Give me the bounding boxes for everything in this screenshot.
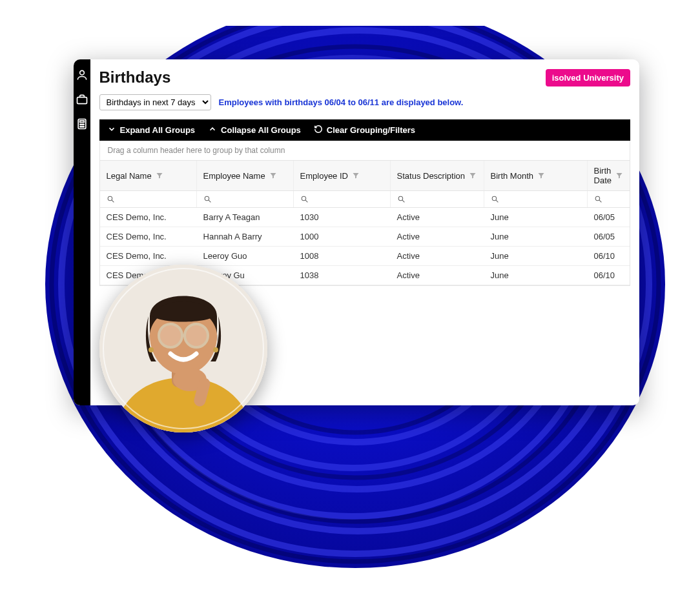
grid-cell: 1038 [294, 266, 391, 285]
column-header-employee-id[interactable]: Employee ID [294, 161, 391, 190]
table-row[interactable]: CES Demo, Inc.Leeroy Guo1008ActiveJune06… [100, 247, 630, 266]
grid-cell: Active [391, 266, 484, 285]
person-icon[interactable] [76, 68, 88, 81]
page-title: Birthdays [99, 68, 171, 86]
filter-birth-month[interactable] [484, 191, 588, 207]
filter-icon [352, 172, 360, 179]
filter-employee-name[interactable] [197, 191, 294, 207]
svg-point-15 [80, 124, 81, 125]
svg-line-30 [496, 200, 498, 202]
svg-point-19 [81, 127, 82, 127]
calculator-icon[interactable] [76, 117, 88, 130]
column-label: Status Description [397, 171, 466, 181]
group-hint[interactable]: Drag a column header here to group by th… [99, 141, 630, 161]
table-row[interactable]: CES Demo, Inc.Hannah A Barry1000ActiveJu… [100, 227, 630, 247]
grid-cell: 1008 [294, 247, 391, 265]
grid-cell: Active [391, 227, 484, 246]
grid-cell: Barry A Teagan [197, 208, 294, 227]
filter-employee-id[interactable] [294, 191, 391, 207]
grid-cell: 06/10 [588, 266, 630, 285]
filter-legal-name[interactable] [100, 191, 197, 207]
grid-cell: 06/05 [588, 208, 630, 227]
controls: Birthdays in next 7 days Employees with … [99, 94, 630, 110]
grid-filter-row [100, 191, 630, 208]
grid-cell: Active [391, 208, 484, 227]
expand-all-button[interactable]: Expand All Groups [107, 125, 196, 136]
search-icon [203, 195, 212, 203]
column-label: Birth Date [594, 166, 612, 185]
svg-point-17 [83, 124, 84, 125]
grid-cell: CES Demo, Inc. [100, 247, 197, 265]
svg-point-37 [185, 324, 208, 347]
chevron-up-icon [208, 125, 217, 136]
collapse-all-label: Collapse All Groups [221, 125, 301, 135]
filter-status[interactable] [391, 191, 484, 207]
column-label: Legal Name [107, 171, 152, 181]
date-range-select[interactable]: Birthdays in next 7 days [99, 94, 211, 110]
grid-cell: June [484, 247, 588, 265]
svg-point-42 [213, 347, 218, 352]
svg-line-24 [209, 200, 211, 202]
search-icon [594, 195, 602, 203]
svg-line-28 [402, 200, 404, 202]
svg-point-18 [80, 127, 81, 127]
search-icon [491, 195, 499, 203]
briefcase-icon[interactable] [76, 93, 88, 106]
column-label: Employee Name [203, 171, 265, 181]
column-header-status[interactable]: Status Description [391, 161, 484, 190]
svg-point-23 [205, 196, 209, 201]
grid-cell: June [484, 266, 588, 285]
column-header-employee-name[interactable]: Employee Name [197, 161, 294, 190]
svg-rect-12 [77, 97, 87, 104]
svg-rect-14 [79, 121, 84, 123]
svg-point-27 [398, 196, 403, 201]
grid-cell: June [484, 227, 588, 246]
grid-cell: 06/10 [588, 247, 630, 265]
svg-point-25 [302, 196, 306, 201]
undo-icon [314, 125, 323, 136]
grid-cell: 1030 [294, 208, 391, 227]
info-text: Employees with birthdays 06/04 to 06/11 … [219, 97, 464, 107]
filter-icon [269, 172, 277, 179]
svg-point-29 [492, 196, 497, 201]
svg-point-11 [79, 70, 84, 75]
clear-grouping-button[interactable]: Clear Grouping/Filters [314, 125, 415, 136]
grid-cell: 06/05 [588, 227, 630, 246]
clear-grouping-label: Clear Grouping/Filters [327, 125, 415, 135]
sidebar [74, 59, 90, 405]
grid-cell: CES Demo, Inc. [100, 208, 197, 227]
column-label: Employee ID [300, 171, 348, 181]
chevron-down-icon [107, 125, 116, 136]
grid-cell: 1000 [294, 227, 391, 246]
grid-header-row: Legal Name Employee Name Employee ID Sta… [100, 161, 630, 191]
search-icon [397, 195, 406, 203]
column-header-birth-date[interactable]: Birth Date [588, 161, 630, 190]
grid-cell: June [484, 208, 588, 227]
collapse-all-button[interactable]: Collapse All Groups [208, 125, 301, 136]
svg-point-31 [595, 196, 600, 201]
isolved-university-button[interactable]: isolved University [546, 69, 630, 86]
grid-cell: Active [391, 247, 484, 265]
table-row[interactable]: CES Demo, Inc.Barry A Teagan1030ActiveJu… [100, 208, 630, 227]
toolbar: Expand All Groups Collapse All Groups Cl… [99, 119, 630, 141]
avatar [99, 265, 267, 432]
grid-cell: Hannah A Barry [197, 227, 294, 246]
filter-icon [537, 172, 545, 179]
svg-line-22 [112, 200, 114, 202]
filter-icon [615, 172, 623, 179]
filter-icon [156, 172, 163, 179]
filter-birth-date[interactable] [588, 191, 630, 207]
grid-cell: CES Demo, Inc. [100, 227, 197, 246]
search-icon [300, 195, 309, 203]
svg-point-41 [149, 347, 154, 352]
svg-point-36 [159, 324, 182, 347]
header: Birthdays isolved University [99, 68, 630, 86]
column-label: Birth Month [491, 171, 533, 181]
expand-all-label: Expand All Groups [120, 125, 196, 135]
column-header-birth-month[interactable]: Birth Month [484, 161, 588, 190]
column-header-legal-name[interactable]: Legal Name [100, 161, 197, 190]
filter-icon [469, 172, 477, 179]
search-icon [107, 195, 115, 203]
svg-point-20 [83, 127, 84, 127]
svg-point-21 [108, 196, 112, 201]
